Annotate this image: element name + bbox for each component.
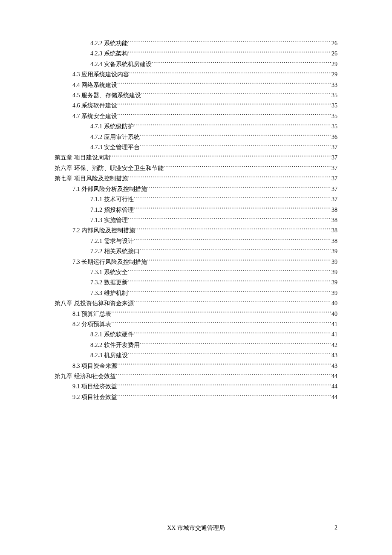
- toc-entry-label: 8.2.2 软件开发费用: [90, 340, 140, 350]
- toc-entry-label: 4.3 应用系统建设内容: [72, 69, 129, 80]
- toc-entry-label: 8.3 项目资金来源: [72, 361, 117, 371]
- toc-leader-dots: [140, 341, 332, 347]
- toc-entry[interactable]: 4.2.2 系统功能26: [55, 38, 337, 49]
- toc-entry[interactable]: 9.1 项目经济效益44: [55, 382, 337, 392]
- toc-entry[interactable]: 7.1 外部风险分析及控制措施37: [55, 184, 337, 194]
- toc-leader-dots: [117, 81, 331, 87]
- toc-entry-page: 39: [331, 257, 337, 267]
- toc-entry[interactable]: 4.7.1 系统级防护35: [55, 121, 337, 132]
- toc-entry-label: 第七章 项目风险及控制措施: [55, 173, 128, 184]
- toc-entry-page: 38: [331, 215, 337, 225]
- toc-leader-dots: [128, 49, 332, 55]
- toc-entry-label: 7.3.2 数据更新: [90, 278, 128, 288]
- toc-entry[interactable]: 第五章 项目建设周期37: [55, 153, 337, 163]
- toc-entry[interactable]: 第九章 经济和社会效益44: [55, 371, 337, 382]
- footer-organization: XX 市城市交通管理局: [0, 524, 392, 532]
- toc-entry-page: 35: [331, 101, 337, 111]
- toc-entry[interactable]: 8.2.3 机房建设43: [55, 350, 337, 361]
- toc-leader-dots: [164, 164, 332, 170]
- toc-entry[interactable]: 8.2.2 软件开发费用42: [55, 340, 337, 350]
- toc-entry-page: 26: [331, 38, 337, 49]
- toc-entry[interactable]: 4.3 应用系统建设内容29: [55, 69, 337, 80]
- toc-entry-label: 4.7.2 应用审计系统: [90, 132, 140, 142]
- toc-entry[interactable]: 7.3 长期运行风险及控制措施39: [55, 257, 337, 267]
- toc-entry-page: 39: [331, 267, 337, 278]
- toc-entry-label: 8.1 预算汇总表: [72, 309, 111, 319]
- toc-entry-label: 第六章 环保、消防、职业安全卫生和节能: [55, 163, 164, 173]
- toc-entry[interactable]: 4.7.3 安全管理平台37: [55, 142, 337, 153]
- toc-entry[interactable]: 7.3.1 系统安全39: [55, 267, 337, 278]
- toc-entry-label: 7.3.3 维护机制: [90, 288, 128, 298]
- toc-entry-page: 43: [331, 350, 337, 361]
- toc-entry[interactable]: 8.3 项目资金来源43: [55, 361, 337, 371]
- toc-entry[interactable]: 8.2 分项预算表41: [55, 319, 337, 330]
- toc-leader-dots: [140, 143, 332, 149]
- toc-entry-label: 4.4 网络系统建设: [72, 80, 117, 90]
- toc-leader-dots: [134, 122, 332, 128]
- toc-entry-page: 35: [331, 111, 337, 121]
- toc-entry[interactable]: 7.1.2 招投标管理38: [55, 205, 337, 215]
- toc-entry-page: 26: [331, 49, 337, 59]
- toc-entry-page: 39: [331, 246, 337, 257]
- toc-entry[interactable]: 9.2 项目社会效益44: [55, 392, 337, 402]
- toc-leader-dots: [129, 70, 331, 76]
- toc-leader-dots: [128, 39, 332, 45]
- toc-entry-page: 39: [331, 278, 337, 288]
- toc-entry[interactable]: 4.4 网络系统建设33: [55, 80, 337, 90]
- toc-entry-label: 第八章 总投资估算和资金来源: [55, 298, 134, 309]
- toc-leader-dots: [134, 237, 332, 243]
- toc-entry[interactable]: 4.6 系统软件建设35: [55, 101, 337, 111]
- toc-leader-dots: [128, 289, 332, 295]
- toc-entry-label: 4.2.2 系统功能: [90, 38, 128, 49]
- toc-entry[interactable]: 7.2.2 相关系统接口39: [55, 246, 337, 257]
- toc-entry[interactable]: 4.2.3 系统架构26: [55, 49, 337, 59]
- toc-leader-dots: [141, 91, 331, 97]
- toc-entry-page: 37: [331, 142, 337, 153]
- toc-entry[interactable]: 8.1 预算汇总表40: [55, 309, 337, 319]
- toc-entry-label: 7.2 内部风险及控制措施: [72, 225, 135, 236]
- toc-leader-dots: [128, 174, 332, 180]
- toc-entry-page: 37: [331, 163, 337, 173]
- toc-entry[interactable]: 7.2 内部风险及控制措施38: [55, 225, 337, 236]
- toc-entry[interactable]: 第七章 项目风险及控制措施37: [55, 173, 337, 184]
- toc-entry-label: 7.3.1 系统安全: [90, 267, 128, 278]
- toc-entry[interactable]: 7.3.3 维护机制39: [55, 288, 337, 298]
- toc-leader-dots: [140, 133, 332, 139]
- toc-entry[interactable]: 7.2.1 需求与设计38: [55, 236, 337, 246]
- toc-entry[interactable]: 4.7 系统安全建设35: [55, 111, 337, 121]
- toc-entry[interactable]: 第八章 总投资估算和资金来源40: [55, 298, 337, 309]
- toc-entry-page: 33: [331, 80, 337, 90]
- toc-leader-dots: [147, 258, 331, 264]
- toc-entry[interactable]: 7.3.2 数据更新39: [55, 278, 337, 288]
- toc-entry[interactable]: 4.2.4 灾备系统机房建设29: [55, 59, 337, 69]
- toc-entry-page: 41: [331, 319, 337, 330]
- toc-leader-dots: [111, 320, 331, 326]
- toc-entry[interactable]: 4.5 服务器、存储系统建设35: [55, 90, 337, 101]
- toc-entry-label: 7.2.1 需求与设计: [90, 236, 134, 246]
- toc-entry-label: 4.7.1 系统级防护: [90, 121, 134, 132]
- toc-leader-dots: [134, 299, 332, 305]
- toc-entry[interactable]: 7.1.1 技术可行性37: [55, 194, 337, 205]
- toc-entry-label: 8.2.3 机房建设: [90, 350, 128, 361]
- toc-entry-label: 8.2.1 系统软硬件: [90, 330, 134, 340]
- toc-entry-label: 7.1 外部风险分析及控制措施: [72, 184, 147, 194]
- toc-entry[interactable]: 第六章 环保、消防、职业安全卫生和节能37: [55, 163, 337, 173]
- toc-entry-page: 37: [331, 153, 337, 163]
- toc-entry[interactable]: 8.2.1 系统软硬件41: [55, 330, 337, 340]
- toc-leader-dots: [135, 226, 331, 232]
- toc-entry-label: 4.5 服务器、存储系统建设: [72, 90, 141, 101]
- toc-entry[interactable]: 7.1.3 实施管理38: [55, 215, 337, 225]
- toc-container: 4.2.2 系统功能264.2.3 系统架构264.2.4 灾备系统机房建设29…: [0, 0, 392, 402]
- toc-entry-label: 4.2.4 灾备系统机房建设: [90, 59, 152, 69]
- toc-leader-dots: [134, 195, 332, 201]
- toc-entry-page: 44: [331, 392, 337, 402]
- toc-leader-dots: [117, 362, 331, 368]
- toc-entry-page: 44: [331, 371, 337, 382]
- toc-entry-label: 4.7 系统安全建设: [72, 111, 117, 121]
- toc-entry-page: 37: [331, 194, 337, 205]
- toc-entry-page: 44: [331, 382, 337, 392]
- toc-entry[interactable]: 4.7.2 应用审计系统36: [55, 132, 337, 142]
- toc-leader-dots: [134, 330, 332, 336]
- toc-leader-dots: [117, 101, 331, 107]
- toc-entry-label: 4.7.3 安全管理平台: [90, 142, 140, 153]
